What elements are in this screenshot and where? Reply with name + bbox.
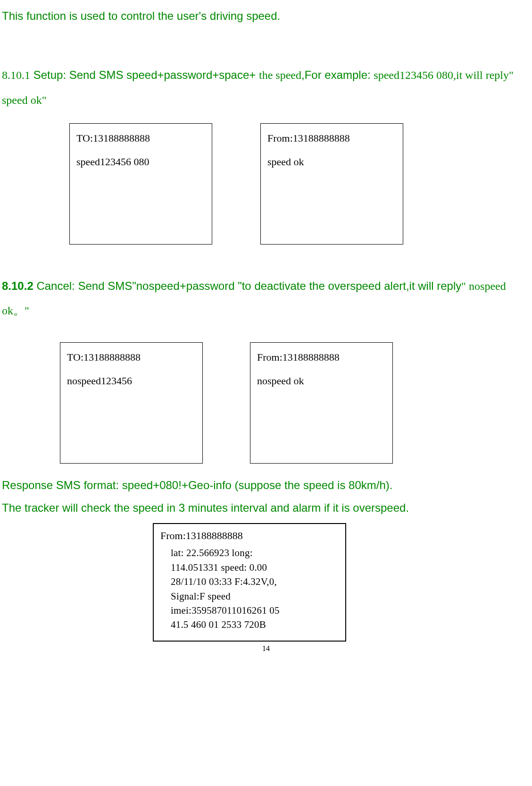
geo-info-content: lat: 22.566923 long: 114.051331 speed: 0… xyxy=(160,546,339,632)
the-speed-text: the speed xyxy=(259,69,301,81)
sms-body-line: speed123456 080 xyxy=(76,156,205,168)
sms-box-row-1: TO:13188888888 speed123456 080 From:1318… xyxy=(0,123,532,245)
section-number-8102: 8.10.2 xyxy=(2,279,33,292)
sms-box-from-2: From:13188888888 nospeed ok xyxy=(250,342,393,464)
response-from-line: From:13188888888 xyxy=(160,530,339,542)
response-format-line: Response SMS format: speed+080!+Geo-info… xyxy=(0,479,532,492)
sms-body-line-2: nospeed123456 xyxy=(67,375,196,387)
response-sms-box: From:13188888888 lat: 22.566923 long: 11… xyxy=(153,523,346,642)
cancel-text: Cancel: Send SMS"nospeed+password "to de… xyxy=(33,279,462,292)
example-code: speed123456 080, xyxy=(374,69,456,81)
sms-from-line: From:13188888888 xyxy=(267,132,396,144)
sms-reply-line-2: nospeed ok xyxy=(257,375,386,387)
sms-box-from-1: From:13188888888 speed ok xyxy=(260,123,403,245)
sms-to-line-2: TO:13188888888 xyxy=(67,351,196,363)
sms-box-to-1: TO:13188888888 speed123456 080 xyxy=(69,123,212,245)
page-number: 14 xyxy=(0,644,532,653)
section-number-8101: 8.10.1 xyxy=(2,69,30,81)
comma: , xyxy=(301,68,305,81)
sms-reply-line: speed ok xyxy=(267,156,396,168)
section-8102: 8.10.2 Cancel: Send SMS"nospeed+password… xyxy=(0,274,532,324)
geo-line-4: Signal:F speed xyxy=(171,589,339,603)
sms-box-to-2: TO:13188888888 nospeed123456 xyxy=(60,342,203,464)
setup-label: Setup: Send SMS speed+password+space+ xyxy=(30,68,259,81)
intro-text: This function is used to control the use… xyxy=(0,9,532,23)
geo-line-5: imei:359587011016261 05 xyxy=(171,603,339,617)
for-example-label: For example: xyxy=(305,68,374,81)
sms-to-line: TO:13188888888 xyxy=(76,132,205,144)
geo-line-1: lat: 22.566923 long: xyxy=(171,546,339,560)
geo-line-6: 41.5 460 01 2533 720B xyxy=(171,617,339,632)
geo-line-3: 28/11/10 03:33 F:4.32V,0, xyxy=(171,575,339,589)
sms-from-line-2: From:13188888888 xyxy=(257,351,386,363)
check-speed-line: The tracker will check the speed in 3 mi… xyxy=(0,501,532,515)
section-8101: 8.10.1 Setup: Send SMS speed+password+sp… xyxy=(0,63,532,113)
sms-box-row-2: TO:13188888888 nospeed123456 From:131888… xyxy=(0,342,532,464)
geo-line-2: 114.051331 speed: 0.00 xyxy=(171,560,339,575)
